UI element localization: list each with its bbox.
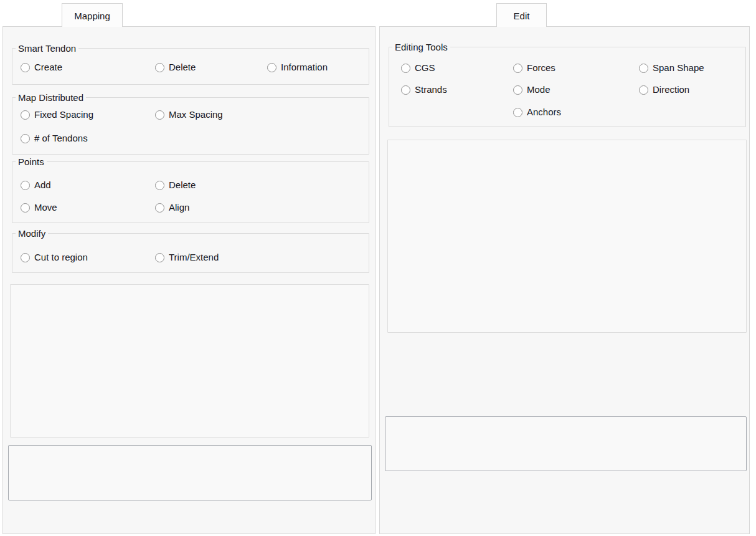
radio-circle-icon: [513, 64, 522, 73]
group-map-distributed-title: Map Distributed: [16, 92, 86, 103]
radio-circle-icon: [21, 203, 30, 213]
radio-edit-anchors[interactable]: Anchors: [513, 106, 561, 118]
edit-message-box[interactable]: [385, 416, 747, 471]
radio-circle-icon: [639, 85, 648, 95]
tab-edit-label: Edit: [514, 11, 530, 21]
radio-circle-icon: [155, 181, 164, 190]
radio-circle-icon: [21, 110, 30, 120]
radio-smart-delete[interactable]: Delete: [155, 61, 196, 74]
tab-mapping-label: Mapping: [74, 11, 110, 21]
radio-smart-information[interactable]: Information: [267, 61, 328, 74]
group-smart-tendon-title: Smart Tendon: [16, 43, 78, 54]
radio-edit-strands[interactable]: Strands: [401, 84, 447, 96]
radio-modify-trim-extend[interactable]: Trim/Extend: [155, 251, 219, 264]
group-points: Points: [12, 161, 369, 223]
tab-mapping[interactable]: Mapping: [62, 3, 123, 27]
edit-preview-area: [387, 140, 747, 333]
radio-edit-cgs[interactable]: CGS: [401, 62, 435, 74]
radio-edit-span-shape[interactable]: Span Shape: [639, 62, 704, 74]
group-map-distributed: Map Distributed: [12, 97, 369, 155]
radio-circle-icon: [401, 64, 410, 73]
radio-circle-icon: [513, 108, 522, 117]
tendon-tool-panels: Mapping Smart Tendon Create Delete Infor…: [0, 0, 756, 536]
edit-panel: Editing Tools CGS Forces Span Shape Stra…: [379, 26, 750, 534]
radio-smart-create[interactable]: Create: [21, 61, 62, 74]
tab-edit[interactable]: Edit: [496, 3, 547, 27]
group-points-title: Points: [16, 156, 47, 167]
mapping-panel: Smart Tendon Create Delete Information M…: [2, 26, 376, 534]
radio-points-add[interactable]: Add: [21, 179, 51, 191]
radio-circle-icon: [155, 203, 164, 213]
radio-modify-cut-to-region[interactable]: Cut to region: [21, 251, 88, 264]
radio-circle-icon: [155, 253, 164, 262]
mapping-preview-area: [10, 284, 369, 438]
radio-points-align[interactable]: Align: [155, 201, 189, 214]
radio-circle-icon: [21, 134, 30, 143]
group-editing-tools-title: Editing Tools: [392, 42, 450, 52]
radio-circle-icon: [21, 63, 30, 72]
radio-points-move[interactable]: Move: [21, 201, 57, 214]
radio-edit-mode[interactable]: Mode: [513, 84, 550, 96]
radio-circle-icon: [639, 64, 648, 73]
radio-circle-icon: [21, 181, 30, 190]
radio-circle-icon: [155, 110, 164, 120]
radio-map-fixed-spacing[interactable]: Fixed Spacing: [21, 108, 93, 121]
radio-circle-icon: [401, 85, 410, 95]
radio-edit-direction[interactable]: Direction: [639, 84, 689, 96]
radio-edit-forces[interactable]: Forces: [513, 62, 555, 74]
radio-map-max-spacing[interactable]: Max Spacing: [155, 108, 223, 121]
radio-map-num-tendons[interactable]: # of Tendons: [21, 132, 88, 145]
radio-circle-icon: [513, 85, 522, 95]
radio-points-delete[interactable]: Delete: [155, 179, 196, 191]
radio-circle-icon: [155, 63, 164, 72]
radio-circle-icon: [267, 63, 276, 72]
radio-circle-icon: [21, 253, 30, 262]
mapping-message-box[interactable]: [8, 445, 372, 500]
group-modify-title: Modify: [16, 228, 48, 239]
